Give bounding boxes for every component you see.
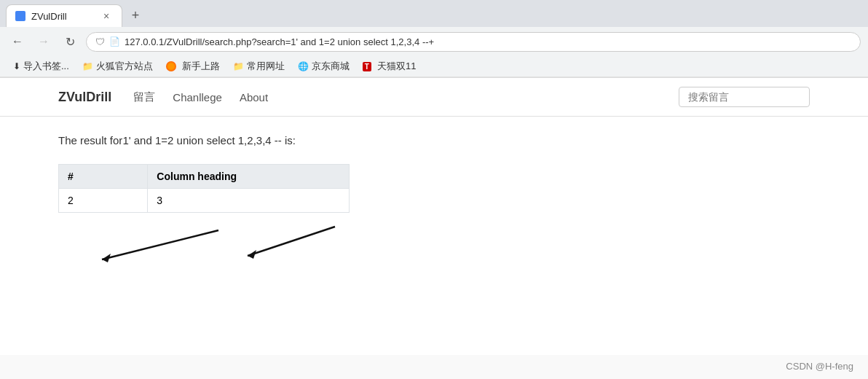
svg-line-2 [248, 227, 335, 256]
globe-icon: 🌐 [298, 61, 309, 71]
result-prefix: The result for [58, 134, 122, 146]
site-navbar: ZVulDrill 留言 Chanllege About [0, 78, 868, 117]
bookmarks-bar: ⬇ 导入书签... 📁 火狐官方站点 新手上路 📁 常用网址 🌐 京东商城 T … [0, 56, 868, 77]
site-nav-links: 留言 Chanllege About [133, 90, 268, 104]
bookmark-jd[interactable]: 🌐 京东商城 [292, 58, 355, 74]
bookmark-tmall-label: 天猫双11 [377, 60, 416, 73]
reload-button[interactable]: ↻ [60, 31, 80, 52]
page-content: ZVulDrill 留言 Chanllege About The result … [0, 78, 868, 355]
address-bar[interactable]: 🛡 📄 127.0.0.1/ZVulDrill/search.php?searc… [86, 32, 861, 52]
tab-favicon [15, 11, 25, 21]
tab-bar: ZVulDrill × + [0, 0, 868, 27]
bookmark-import[interactable]: ⬇ 导入书签... [7, 58, 75, 74]
nav-link-challenge[interactable]: Chanllege [173, 91, 222, 103]
back-button[interactable]: ← [7, 31, 28, 52]
result-query: 1' and 1=2 union select 1,2,3,4 -- [122, 134, 281, 146]
watermark: CSDN @H-feng [0, 355, 868, 378]
browser-tab[interactable]: ZVulDrill × [6, 4, 122, 27]
folder-icon-2: 📁 [233, 61, 244, 71]
arrows-svg [58, 216, 422, 274]
bookmark-beginner-label: 新手上路 [182, 60, 220, 73]
bookmark-firefox-official[interactable]: 📁 火狐官方站点 [76, 58, 159, 74]
annotation-area [58, 216, 810, 274]
column-header-hash: # [59, 165, 148, 189]
bookmark-common-urls[interactable]: 📁 常用网址 [227, 58, 291, 74]
tmall-icon: T [363, 62, 371, 71]
firefox-icon [166, 61, 176, 71]
bookmark-import-label: 导入书签... [23, 60, 69, 73]
result-text: The result for1' and 1=2 union select 1,… [58, 134, 810, 146]
site-brand: ZVulDrill [58, 90, 111, 105]
result-area: The result for1' and 1=2 union select 1,… [0, 117, 868, 292]
table-header-row: # Column heading [59, 165, 350, 189]
bookmark-tmall[interactable]: T 天猫双11 [357, 58, 422, 74]
svg-marker-3 [248, 250, 256, 259]
tab-close-button[interactable]: × [100, 9, 113, 23]
page-icon: 📄 [109, 36, 120, 47]
new-tab-button[interactable]: + [125, 6, 146, 26]
nav-link-messages[interactable]: 留言 [133, 90, 155, 104]
address-text: 127.0.0.1/ZVulDrill/search.php?search=1'… [125, 36, 851, 47]
tab-title: ZVulDrill [31, 11, 94, 22]
result-suffix: is: [282, 134, 296, 146]
svg-line-0 [102, 230, 218, 259]
bookmark-firefox-official-label: 火狐官方站点 [96, 60, 153, 73]
forward-button[interactable]: → [33, 31, 54, 52]
browser-chrome: ZVulDrill × + ← → ↻ 🛡 📄 127.0.0.1/ZVulDr… [0, 0, 868, 78]
column-header-title: Column heading [148, 165, 350, 189]
bookmark-common-urls-label: 常用网址 [247, 60, 285, 73]
security-shield-icon: 🛡 [95, 36, 105, 47]
bookmark-beginner[interactable]: 新手上路 [160, 58, 226, 74]
nav-link-about[interactable]: About [240, 91, 268, 103]
result-table: # Column heading 2 3 [58, 164, 350, 213]
import-icon: ⬇ [13, 61, 20, 71]
folder-icon: 📁 [82, 61, 93, 71]
cell-hash-value: 2 [59, 189, 148, 213]
nav-bar: ← → ↻ 🛡 📄 127.0.0.1/ZVulDrill/search.php… [0, 27, 868, 56]
cell-column-value: 3 [148, 189, 350, 213]
table-row: 2 3 [59, 189, 350, 213]
bookmark-jd-label: 京东商城 [312, 60, 350, 73]
search-input[interactable] [679, 87, 810, 107]
